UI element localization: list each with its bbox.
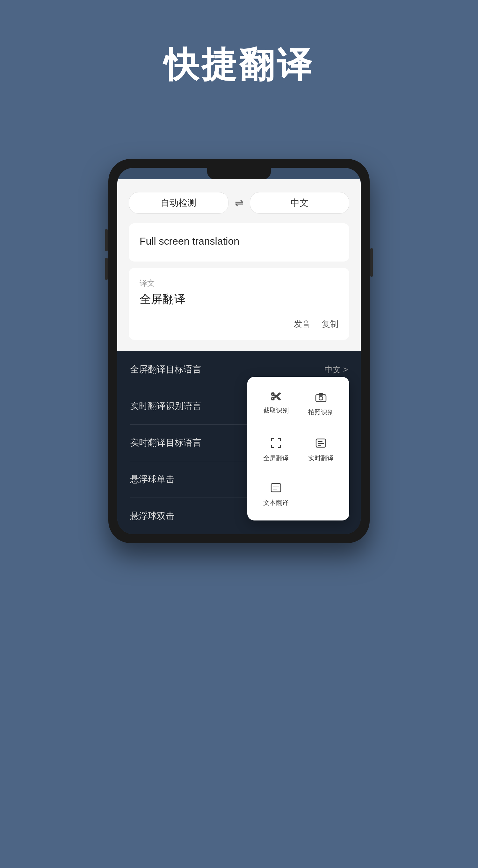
camera-label: 拍照识别	[308, 408, 334, 416]
result-text: 全屏翻译	[140, 291, 338, 307]
input-area[interactable]: Full screen translation	[129, 223, 349, 261]
realtime-label: 实时翻译	[308, 454, 334, 463]
crop-label: 截取识别	[263, 406, 289, 415]
result-actions: 发音 复制	[140, 318, 338, 330]
quick-actions-popup: ✀ 截取识别	[247, 377, 349, 521]
crop-icon: ✀	[270, 392, 282, 403]
settings-list: ✀ 截取识别	[117, 351, 361, 534]
target-lang-button[interactable]: 中文	[250, 192, 350, 214]
quick-action-crop[interactable]: ✀ 截取识别	[255, 386, 297, 422]
result-area: 译文 全屏翻译 发音 复制	[129, 268, 349, 340]
quick-action-realtime[interactable]: 实时翻译	[300, 432, 341, 468]
translator-card: 自动检测 ⇌ 中文 Full screen translation 译文 全屏翻…	[117, 179, 361, 351]
power-button	[370, 248, 373, 277]
pronounce-button[interactable]: 发音	[294, 318, 310, 330]
volume-up-button	[105, 229, 108, 251]
realtime-icon	[315, 437, 327, 451]
settings-label-ball-double: 悬浮球双击	[130, 510, 175, 522]
phone-screen: 自动检测 ⇌ 中文 Full screen translation 译文 全屏翻…	[117, 168, 361, 534]
volume-down-button	[105, 258, 108, 280]
settings-label-realtime-source: 实时翻译识别语言	[130, 400, 201, 412]
svg-point-1	[319, 396, 323, 400]
fullscreen-label: 全屏翻译	[263, 454, 289, 463]
text-label: 文本翻译	[263, 498, 289, 507]
source-lang-button[interactable]: 自动检测	[129, 192, 229, 214]
phone-frame: 自动检测 ⇌ 中文 Full screen translation 译文 全屏翻…	[108, 159, 370, 543]
phone-mockup: 自动检测 ⇌ 中文 Full screen translation 译文 全屏翻…	[108, 159, 370, 543]
page-title: 快捷翻译	[164, 41, 314, 89]
camera-icon	[315, 392, 327, 405]
swap-icon[interactable]: ⇌	[235, 197, 243, 209]
language-bar: 自动检测 ⇌ 中文	[129, 192, 349, 214]
divider-2	[255, 473, 341, 473]
quick-action-text[interactable]: 文本翻译	[255, 477, 297, 512]
divider-1	[255, 427, 341, 427]
settings-label-fullscreen-target: 全屏翻译目标语言	[130, 364, 201, 376]
phone-notch	[207, 168, 271, 179]
fullscreen-icon	[270, 437, 282, 451]
settings-value-fullscreen-target: 中文 >	[324, 364, 348, 375]
text-icon	[270, 482, 282, 495]
svg-point-3	[324, 396, 324, 397]
input-text: Full screen translation	[140, 234, 338, 249]
quick-actions-grid: ✀ 截取识别	[255, 386, 341, 512]
settings-label-ball-single: 悬浮球单击	[130, 473, 175, 486]
quick-action-fullscreen[interactable]: 全屏翻译	[255, 432, 297, 468]
result-label: 译文	[140, 278, 338, 288]
copy-button[interactable]: 复制	[322, 318, 338, 330]
settings-label-realtime-target: 实时翻译目标语言	[130, 437, 201, 449]
quick-action-camera[interactable]: 拍照识别	[300, 386, 341, 422]
